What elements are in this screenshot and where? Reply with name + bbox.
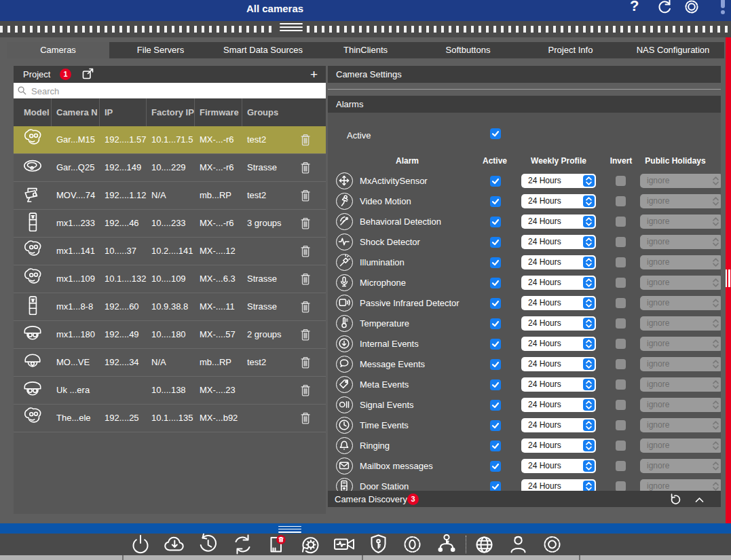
- weekly-profile-select[interactable]: 24 Hours: [521, 194, 596, 208]
- collapse-chevron-icon[interactable]: [693, 493, 706, 506]
- camera-row[interactable]: mx1...8-8192....6010.9.38.8MX-....11Stra…: [14, 293, 326, 321]
- tab-nas-configuration[interactable]: NAS Configuration: [622, 42, 724, 58]
- camera-discovery-bar[interactable]: Camera Discovery 3: [328, 491, 721, 507]
- reload-icon[interactable]: [656, 0, 673, 16]
- tab-project-info[interactable]: Project Info: [519, 42, 622, 58]
- alarm-active-checkbox[interactable]: [490, 318, 501, 329]
- weekly-profile-select[interactable]: 24 Hours: [521, 174, 596, 188]
- invert-checkbox[interactable]: [616, 278, 626, 288]
- alarm-active-checkbox[interactable]: [490, 420, 501, 431]
- alarm-active-checkbox[interactable]: [490, 278, 501, 288]
- camera-row[interactable]: Gar...M15192....1.5710.1...71.5MX-...-r6…: [14, 126, 326, 154]
- invert-checkbox[interactable]: [616, 318, 626, 329]
- weekly-profile-select[interactable]: 24 Hours: [521, 255, 596, 269]
- delete-camera-icon[interactable]: [299, 382, 314, 398]
- delete-camera-icon[interactable]: [299, 410, 314, 426]
- add-camera-button[interactable]: +: [310, 66, 318, 83]
- invert-checkbox[interactable]: [616, 379, 626, 390]
- user-icon[interactable]: [505, 531, 531, 557]
- delete-camera-icon[interactable]: [299, 160, 314, 176]
- security-shield-icon[interactable]: [365, 531, 391, 557]
- power-icon[interactable]: [128, 531, 153, 557]
- assign-hierarchy-icon[interactable]: [433, 531, 459, 557]
- alarm-active-checkbox[interactable]: [490, 359, 501, 370]
- delete-camera-icon[interactable]: [299, 215, 314, 231]
- alarm-active-checkbox[interactable]: [490, 441, 501, 451]
- alarm-active-checkbox[interactable]: [490, 257, 501, 268]
- alarm-active-checkbox[interactable]: [490, 298, 501, 309]
- reset-settings-icon[interactable]: [297, 531, 323, 557]
- alarms-active-checkbox[interactable]: [490, 128, 501, 139]
- camera-row[interactable]: MOV....74192....1.12N/Amb...RPtest2: [14, 182, 326, 210]
- camera-row[interactable]: Gar...Q25192...14910....229MX-...-r6Stra…: [14, 154, 326, 182]
- help-icon[interactable]: ?: [630, 0, 648, 15]
- restore-icon[interactable]: [195, 531, 221, 557]
- invert-checkbox[interactable]: [616, 257, 626, 267]
- delete-camera-icon[interactable]: [299, 299, 314, 315]
- weekly-profile-select[interactable]: 24 Hours: [521, 459, 596, 473]
- invert-checkbox[interactable]: [616, 420, 626, 430]
- camera-settings-header[interactable]: Camera Settings: [328, 66, 721, 83]
- alarm-active-checkbox[interactable]: [490, 176, 501, 187]
- tab-softbuttons[interactable]: Softbuttons: [417, 42, 519, 58]
- alarm-active-checkbox[interactable]: [490, 400, 501, 411]
- weekly-profile-select[interactable]: 24 Hours: [521, 357, 596, 371]
- format-sd-card-icon[interactable]: [263, 531, 289, 557]
- discovery-refresh-icon[interactable]: [670, 493, 683, 506]
- delete-camera-icon[interactable]: [299, 354, 314, 371]
- settings-badge-icon[interactable]: [539, 531, 565, 557]
- invert-checkbox[interactable]: [616, 298, 626, 308]
- search-input[interactable]: [30, 83, 324, 100]
- splitter-band[interactable]: [0, 21, 731, 37]
- weekly-profile-select[interactable]: 24 Hours: [521, 337, 596, 351]
- splitter-drag-handle[interactable]: [276, 21, 307, 37]
- camera-row[interactable]: mx1...14110.....3710.2....141MX-....12: [14, 238, 326, 265]
- weekly-profile-select[interactable]: 24 Hours: [521, 316, 596, 331]
- invert-checkbox[interactable]: [616, 441, 626, 451]
- settings-gear-icon[interactable]: [683, 0, 700, 16]
- cloud-download-icon[interactable]: [162, 531, 187, 557]
- weekly-profile-select[interactable]: 24 Hours: [521, 276, 596, 290]
- weekly-profile-select[interactable]: 24 Hours: [521, 398, 596, 412]
- alarm-active-checkbox[interactable]: [490, 339, 501, 350]
- weekly-profile-select[interactable]: 24 Hours: [521, 438, 596, 453]
- camera-row[interactable]: Uk ...era10....138MX-....23: [14, 377, 326, 405]
- alarm-active-checkbox[interactable]: [490, 196, 501, 207]
- alarm-active-checkbox[interactable]: [490, 379, 501, 390]
- invert-checkbox[interactable]: [616, 400, 626, 410]
- alert-icon[interactable]: [714, 0, 731, 15]
- camera-row[interactable]: mx1...10910.1....13210....109MX-...6.3St…: [14, 265, 326, 293]
- weekly-profile-select[interactable]: 24 Hours: [521, 418, 596, 432]
- tab-file-servers[interactable]: File Servers: [109, 42, 212, 58]
- tab-smart-data-sources[interactable]: Smart Data Sources: [212, 42, 314, 58]
- delete-camera-icon[interactable]: [299, 243, 314, 259]
- weekly-profile-select[interactable]: 24 Hours: [521, 214, 596, 229]
- invert-checkbox[interactable]: [616, 481, 626, 491]
- globe-icon[interactable]: [471, 531, 497, 557]
- invert-checkbox[interactable]: [616, 176, 626, 186]
- invert-checkbox[interactable]: [616, 359, 626, 369]
- edit-project-icon[interactable]: [81, 67, 96, 81]
- camera-row[interactable]: MO...VE192....34N/Amb...RPtest2: [14, 349, 326, 377]
- invert-checkbox[interactable]: [616, 217, 626, 227]
- alarms-header[interactable]: Alarms: [328, 96, 721, 113]
- delete-camera-icon[interactable]: [299, 132, 314, 148]
- certificate-badge-icon[interactable]: [399, 531, 425, 557]
- weekly-profile-select[interactable]: 24 Hours: [521, 235, 596, 249]
- invert-checkbox[interactable]: [616, 461, 626, 471]
- tab-thinclients[interactable]: ThinClients: [314, 42, 417, 58]
- invert-checkbox[interactable]: [616, 237, 626, 247]
- camera-row[interactable]: mx1...233192....4610....233MX-...-r63 gr…: [14, 210, 326, 238]
- alarm-active-checkbox[interactable]: [490, 237, 501, 248]
- alarm-active-checkbox[interactable]: [490, 461, 501, 472]
- refresh-icon[interactable]: [229, 531, 255, 557]
- camera-row[interactable]: The...ele192....2510.1....135MX-...b92: [14, 405, 326, 432]
- weekly-profile-select[interactable]: 24 Hours: [521, 377, 596, 392]
- alarm-active-checkbox[interactable]: [490, 217, 501, 227]
- camera-row[interactable]: mx1...180192....4910....180MX-....572 gr…: [14, 321, 326, 349]
- camera-diagnostics-icon[interactable]: [331, 531, 357, 557]
- invert-checkbox[interactable]: [616, 339, 626, 349]
- weekly-profile-select[interactable]: 24 Hours: [521, 296, 596, 310]
- tab-cameras[interactable]: Cameras: [7, 42, 109, 58]
- invert-checkbox[interactable]: [616, 196, 626, 206]
